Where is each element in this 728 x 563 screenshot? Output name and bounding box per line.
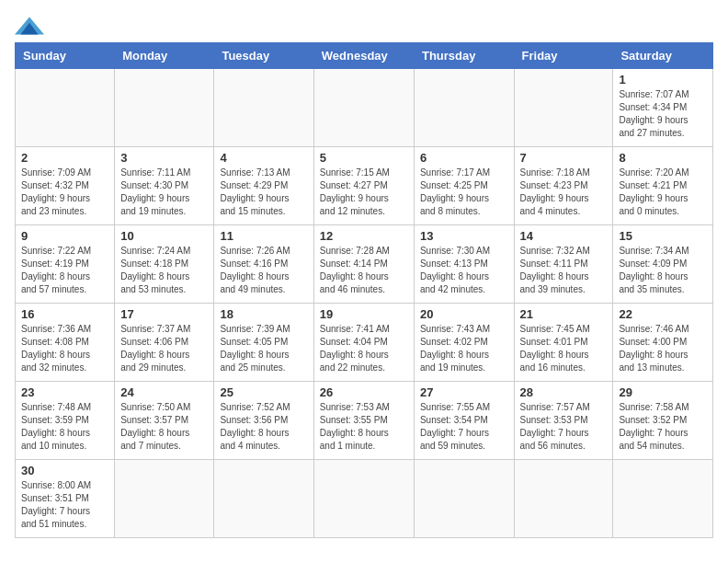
- calendar-cell: 28Sunrise: 7:57 AM Sunset: 3:53 PM Dayli…: [514, 382, 613, 460]
- calendar-cell: [514, 460, 613, 538]
- day-number: 5: [320, 151, 408, 165]
- calendar-cell: 12Sunrise: 7:28 AM Sunset: 4:14 PM Dayli…: [313, 225, 414, 304]
- day-number: 26: [320, 385, 408, 399]
- calendar-cell: 8Sunrise: 7:20 AM Sunset: 4:21 PM Daylig…: [613, 147, 713, 225]
- day-number: 22: [619, 307, 707, 321]
- day-info: Sunrise: 7:39 AM Sunset: 4:05 PM Dayligh…: [220, 323, 307, 374]
- calendar-cell: [115, 460, 214, 538]
- calendar-cell: 22Sunrise: 7:46 AM Sunset: 4:00 PM Dayli…: [613, 304, 713, 382]
- calendar-cell: [414, 69, 514, 147]
- calendar-cell: [115, 69, 214, 147]
- day-number: 10: [120, 229, 208, 243]
- day-info: Sunrise: 7:52 AM Sunset: 3:56 PM Dayligh…: [220, 401, 307, 453]
- day-info: Sunrise: 7:34 AM Sunset: 4:09 PM Dayligh…: [619, 245, 707, 296]
- day-info: Sunrise: 7:24 AM Sunset: 4:18 PM Dayligh…: [120, 245, 208, 296]
- day-info: Sunrise: 7:26 AM Sunset: 4:16 PM Dayligh…: [220, 245, 307, 296]
- calendar-cell: 7Sunrise: 7:18 AM Sunset: 4:23 PM Daylig…: [514, 147, 613, 225]
- calendar-cell: [414, 460, 514, 538]
- day-info: Sunrise: 7:22 AM Sunset: 4:19 PM Dayligh…: [21, 245, 108, 296]
- calendar-cell: 16Sunrise: 7:36 AM Sunset: 4:08 PM Dayli…: [16, 304, 115, 382]
- day-number: 15: [619, 229, 707, 243]
- day-number: 30: [21, 464, 108, 477]
- day-info: Sunrise: 7:41 AM Sunset: 4:04 PM Dayligh…: [320, 323, 408, 374]
- calendar-cell: [514, 69, 613, 147]
- day-info: Sunrise: 7:17 AM Sunset: 4:25 PM Dayligh…: [420, 167, 508, 218]
- day-number: 27: [420, 385, 508, 399]
- day-number: 23: [21, 385, 108, 399]
- day-info: Sunrise: 8:00 AM Sunset: 3:51 PM Dayligh…: [21, 479, 108, 531]
- calendar-cell: [313, 460, 414, 538]
- calendar-cell: 18Sunrise: 7:39 AM Sunset: 4:05 PM Dayli…: [214, 304, 313, 382]
- calendar-cell: 23Sunrise: 7:48 AM Sunset: 3:59 PM Dayli…: [16, 382, 115, 460]
- calendar-cell: [214, 69, 313, 147]
- day-number: 11: [220, 229, 307, 243]
- calendar-cell: 2Sunrise: 7:09 AM Sunset: 4:32 PM Daylig…: [16, 147, 115, 225]
- day-info: Sunrise: 7:48 AM Sunset: 3:59 PM Dayligh…: [21, 401, 108, 453]
- day-info: Sunrise: 7:45 AM Sunset: 4:01 PM Dayligh…: [520, 323, 608, 374]
- day-info: Sunrise: 7:58 AM Sunset: 3:52 PM Dayligh…: [619, 401, 707, 453]
- day-number: 8: [619, 151, 707, 165]
- day-info: Sunrise: 7:55 AM Sunset: 3:54 PM Dayligh…: [420, 401, 508, 453]
- day-info: Sunrise: 7:28 AM Sunset: 4:14 PM Dayligh…: [320, 245, 408, 296]
- calendar-cell: 29Sunrise: 7:58 AM Sunset: 3:52 PM Dayli…: [613, 382, 713, 460]
- calendar-cell: 19Sunrise: 7:41 AM Sunset: 4:04 PM Dayli…: [313, 304, 414, 382]
- calendar-cell: 26Sunrise: 7:53 AM Sunset: 3:55 PM Dayli…: [313, 382, 414, 460]
- calendar-cell: 21Sunrise: 7:45 AM Sunset: 4:01 PM Dayli…: [514, 304, 613, 382]
- calendar-cell: 25Sunrise: 7:52 AM Sunset: 3:56 PM Dayli…: [214, 382, 313, 460]
- calendar-cell: 14Sunrise: 7:32 AM Sunset: 4:11 PM Dayli…: [514, 225, 613, 304]
- calendar-cell: 17Sunrise: 7:37 AM Sunset: 4:06 PM Dayli…: [115, 304, 214, 382]
- calendar-cell: 10Sunrise: 7:24 AM Sunset: 4:18 PM Dayli…: [115, 225, 214, 304]
- day-info: Sunrise: 7:07 AM Sunset: 4:34 PM Dayligh…: [619, 88, 707, 140]
- day-info: Sunrise: 7:11 AM Sunset: 4:30 PM Dayligh…: [120, 167, 208, 218]
- day-info: Sunrise: 7:37 AM Sunset: 4:06 PM Dayligh…: [120, 323, 208, 374]
- header-sunday: Sunday: [16, 43, 115, 69]
- day-info: Sunrise: 7:43 AM Sunset: 4:02 PM Dayligh…: [420, 323, 508, 374]
- calendar-week-row: 9Sunrise: 7:22 AM Sunset: 4:19 PM Daylig…: [16, 225, 713, 304]
- calendar-cell: 1Sunrise: 7:07 AM Sunset: 4:34 PM Daylig…: [613, 69, 713, 147]
- calendar-week-row: 30Sunrise: 8:00 AM Sunset: 3:51 PM Dayli…: [16, 460, 713, 538]
- day-info: Sunrise: 7:57 AM Sunset: 3:53 PM Dayligh…: [520, 401, 608, 453]
- calendar-cell: 11Sunrise: 7:26 AM Sunset: 4:16 PM Dayli…: [214, 225, 313, 304]
- day-info: Sunrise: 7:13 AM Sunset: 4:29 PM Dayligh…: [220, 167, 307, 218]
- header-wednesday: Wednesday: [313, 43, 414, 69]
- calendar-cell: [313, 69, 414, 147]
- day-number: 3: [120, 151, 208, 165]
- day-number: 21: [520, 307, 608, 321]
- day-number: 18: [220, 307, 307, 321]
- calendar-week-row: 23Sunrise: 7:48 AM Sunset: 3:59 PM Dayli…: [16, 382, 713, 460]
- day-info: Sunrise: 7:36 AM Sunset: 4:08 PM Dayligh…: [21, 323, 108, 374]
- day-info: Sunrise: 7:50 AM Sunset: 3:57 PM Dayligh…: [120, 401, 208, 453]
- calendar-cell: 6Sunrise: 7:17 AM Sunset: 4:25 PM Daylig…: [414, 147, 514, 225]
- day-info: Sunrise: 7:53 AM Sunset: 3:55 PM Dayligh…: [320, 401, 408, 453]
- day-info: Sunrise: 7:15 AM Sunset: 4:27 PM Dayligh…: [320, 167, 408, 218]
- day-number: 12: [320, 229, 408, 243]
- day-number: 28: [520, 385, 608, 399]
- calendar-cell: 13Sunrise: 7:30 AM Sunset: 4:13 PM Dayli…: [414, 225, 514, 304]
- day-number: 20: [420, 307, 508, 321]
- day-number: 29: [619, 385, 707, 399]
- day-number: 1: [619, 73, 707, 86]
- day-number: 25: [220, 385, 307, 399]
- logo: [15, 15, 44, 35]
- day-number: 4: [220, 151, 307, 165]
- day-number: 14: [520, 229, 608, 243]
- logo-icon: [15, 17, 44, 35]
- calendar-week-row: 1Sunrise: 7:07 AM Sunset: 4:34 PM Daylig…: [16, 69, 713, 147]
- calendar-table: SundayMondayTuesdayWednesdayThursdayFrid…: [15, 42, 713, 538]
- header-saturday: Saturday: [613, 43, 713, 69]
- calendar-cell: [16, 69, 115, 147]
- calendar-cell: 3Sunrise: 7:11 AM Sunset: 4:30 PM Daylig…: [115, 147, 214, 225]
- day-info: Sunrise: 7:18 AM Sunset: 4:23 PM Dayligh…: [520, 167, 608, 218]
- day-number: 7: [520, 151, 608, 165]
- day-number: 16: [21, 307, 108, 321]
- day-info: Sunrise: 7:32 AM Sunset: 4:11 PM Dayligh…: [520, 245, 608, 296]
- day-number: 6: [420, 151, 508, 165]
- header-monday: Monday: [115, 43, 214, 69]
- header-friday: Friday: [514, 43, 613, 69]
- calendar-week-row: 16Sunrise: 7:36 AM Sunset: 4:08 PM Dayli…: [16, 304, 713, 382]
- calendar-cell: 24Sunrise: 7:50 AM Sunset: 3:57 PM Dayli…: [115, 382, 214, 460]
- calendar-week-row: 2Sunrise: 7:09 AM Sunset: 4:32 PM Daylig…: [16, 147, 713, 225]
- day-number: 13: [420, 229, 508, 243]
- header-thursday: Thursday: [414, 43, 514, 69]
- header-tuesday: Tuesday: [214, 43, 313, 69]
